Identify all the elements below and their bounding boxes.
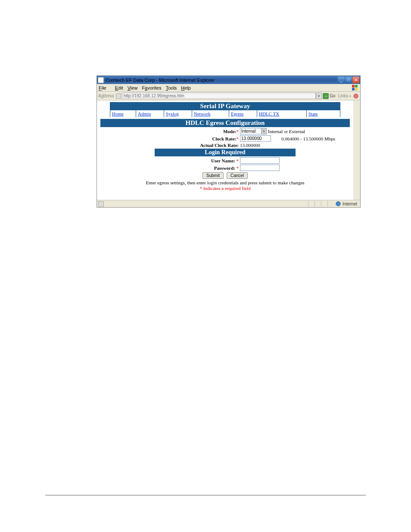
svg-rect-3 bbox=[355, 88, 358, 90]
content-viewport: ▴ ▾ Serial IP Gateway Home Admin Syslog … bbox=[97, 100, 360, 200]
address-label: Address bbox=[98, 93, 114, 98]
row-mode: Mode:* v Internal or External bbox=[99, 128, 352, 134]
clock-rate-hint: 0.064000 - 13.500000 Mbps bbox=[281, 136, 335, 141]
minimize-button[interactable]: _ bbox=[338, 77, 345, 83]
links-toolbar-icon[interactable] bbox=[353, 93, 359, 99]
svg-rect-2 bbox=[352, 88, 355, 90]
nav-syslog[interactable]: Syslog bbox=[164, 110, 192, 117]
close-button[interactable]: ✕ bbox=[352, 77, 359, 83]
actual-clock-rate-value: 13.000000 bbox=[240, 143, 260, 148]
cancel-button[interactable]: Cancel bbox=[227, 172, 248, 179]
nav-hdlctx[interactable]: HDLC TX bbox=[257, 110, 307, 117]
go-button[interactable]: → bbox=[323, 93, 329, 99]
svg-point-4 bbox=[354, 94, 358, 98]
page-title: Serial IP Gateway bbox=[110, 102, 340, 110]
username-input[interactable] bbox=[240, 157, 280, 164]
section-login-required: Login Required bbox=[155, 149, 296, 156]
nav-admin[interactable]: Admin bbox=[136, 110, 164, 117]
password-label: Password: * bbox=[99, 165, 240, 171]
actual-clock-rate-label: Actual Clock Rate: bbox=[99, 143, 240, 148]
submit-button[interactable]: Submit bbox=[202, 172, 224, 179]
username-label: User Name: * bbox=[99, 158, 240, 163]
row-clock-rate: Clock Rate:* 0.064000 - 13.500000 Mbps bbox=[99, 135, 352, 142]
button-row: Submit Cancel bbox=[99, 172, 352, 179]
menu-view[interactable]: View bbox=[128, 85, 138, 90]
address-input[interactable] bbox=[122, 93, 316, 99]
svg-rect-0 bbox=[352, 85, 355, 87]
status-panes: Internet bbox=[308, 201, 359, 207]
links-chevron-icon[interactable]: » bbox=[349, 94, 351, 98]
status-page-icon bbox=[98, 201, 104, 207]
window-titlebar: Comtech EF Data Corp - Microsoft Interne… bbox=[97, 76, 360, 84]
page-footer-rule bbox=[45, 495, 366, 495]
instruction-text: Enter egress settings, then enter login … bbox=[99, 180, 352, 185]
nav-network[interactable]: Network bbox=[192, 110, 229, 117]
nav-home[interactable]: Home bbox=[110, 110, 136, 117]
address-dropdown[interactable]: v bbox=[316, 93, 322, 99]
page-content: Serial IP Gateway Home Admin Syslog Netw… bbox=[97, 100, 353, 191]
row-username: User Name: * bbox=[99, 157, 352, 164]
clock-rate-label: Clock Rate:* bbox=[99, 136, 240, 141]
mode-label: Mode:* bbox=[99, 129, 240, 134]
page-icon bbox=[116, 93, 121, 99]
internet-zone-label: Internet bbox=[342, 202, 357, 206]
maximize-button[interactable]: □ bbox=[345, 77, 352, 83]
address-bar: Address v → Go Links » bbox=[97, 92, 360, 100]
row-password: Password: * bbox=[99, 165, 352, 171]
menu-bar: File Edit View Favorites Tools Help bbox=[97, 84, 360, 92]
go-label: Go bbox=[330, 93, 335, 98]
row-actual-clock-rate: Actual Clock Rate: 13.000000 bbox=[99, 143, 352, 148]
window-title: Comtech EF Data Corp - Microsoft Interne… bbox=[106, 78, 338, 83]
required-field-note: * Indicates a required field bbox=[99, 186, 352, 191]
menu-file[interactable]: File bbox=[99, 85, 111, 90]
internet-zone-icon bbox=[336, 201, 341, 206]
scroll-down-button[interactable]: ▾ bbox=[354, 193, 360, 200]
nav-egress[interactable]: Egress bbox=[229, 110, 257, 117]
menu-favorites[interactable]: Favorites bbox=[142, 85, 161, 90]
windows-logo-icon bbox=[352, 84, 358, 91]
browser-window: Comtech EF Data Corp - Microsoft Interne… bbox=[97, 75, 361, 208]
menu-tools[interactable]: Tools bbox=[166, 85, 177, 90]
links-label[interactable]: Links bbox=[338, 93, 348, 98]
nav-stats[interactable]: Stats bbox=[307, 110, 340, 117]
app-icon bbox=[98, 77, 104, 83]
nav-row: Home Admin Syslog Network Egress HDLC TX… bbox=[110, 110, 340, 117]
window-controls: _ □ ✕ bbox=[338, 77, 359, 83]
menu-edit[interactable]: Edit bbox=[115, 85, 123, 90]
status-bar: Internet bbox=[97, 200, 360, 207]
clock-rate-input[interactable] bbox=[240, 135, 271, 142]
svg-rect-1 bbox=[355, 85, 358, 87]
mode-dropdown-button[interactable]: v bbox=[261, 128, 267, 134]
scroll-up-button[interactable]: ▴ bbox=[354, 100, 360, 107]
mode-hint: Internal or External bbox=[268, 129, 305, 134]
svg-point-5 bbox=[336, 202, 340, 206]
mode-select[interactable] bbox=[240, 128, 262, 134]
section-hdlc-egress: HDLC Egress Configuration bbox=[100, 119, 350, 127]
menu-help[interactable]: Help bbox=[181, 85, 191, 90]
password-input[interactable] bbox=[240, 165, 280, 171]
